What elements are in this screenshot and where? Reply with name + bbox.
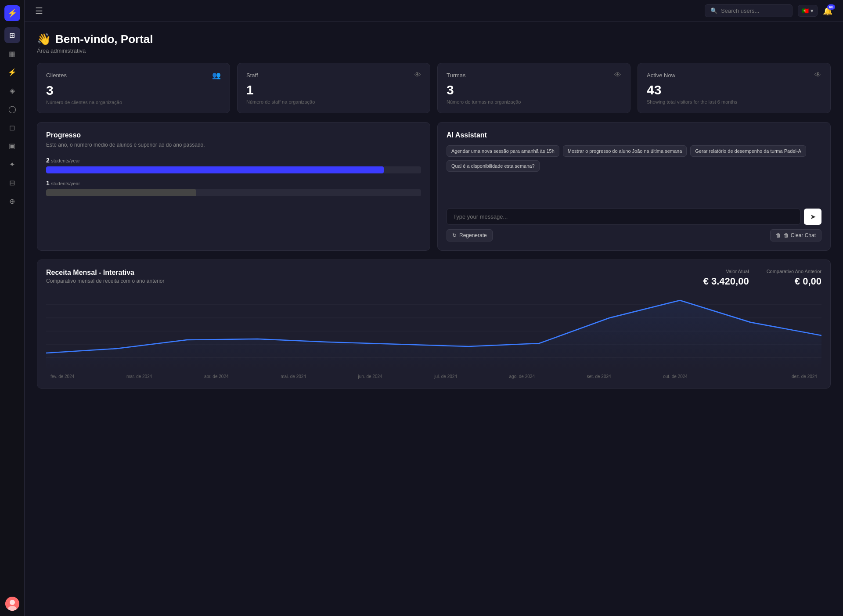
stat-card-active: Active Now 👁 43 Showing total visitors f… [638, 63, 831, 113]
search-bar[interactable]: 🔍 [705, 4, 793, 17]
sidebar-item-bag[interactable]: ◻ [4, 119, 20, 135]
stat-active-icon[interactable]: 👁 [814, 71, 821, 79]
ai-suggestion-2[interactable]: Mostrar o progresso do aluno João na últ… [563, 145, 687, 157]
menu-toggle-button[interactable]: ☰ [35, 6, 43, 16]
clear-icon: 🗑 [776, 232, 781, 238]
stats-row: Clientes 👥 3 Número de clientes na organ… [37, 63, 831, 113]
progress-desc: Este ano, o número médio de alunos é sup… [46, 142, 421, 148]
sidebar-item-shield[interactable]: ⊕ [4, 193, 20, 209]
stat-card-active-header: Active Now 👁 [647, 71, 821, 79]
chart-header-left: Receita Mensal - Interativa Comparativo … [46, 269, 164, 284]
notification-badge: 66 [827, 4, 835, 10]
ai-suggestion-1[interactable]: Agendar uma nova sessão para amanhã às 1… [447, 145, 559, 157]
sidebar-item-calendar[interactable]: ▦ [4, 46, 20, 61]
sidebar-item-tag[interactable]: ◈ [4, 83, 20, 98]
chart-container: fev. de 2024 mar. de 2024 abr. de 2024 m… [46, 292, 821, 379]
stat-active-value: 43 [647, 83, 821, 97]
comparativo-label: Comparativo Ano Anterior [767, 269, 821, 274]
app-logo[interactable]: ⚡ [4, 5, 20, 21]
chart-values: Valor Atual € 3.420,00 Comparativo Ano A… [703, 269, 821, 287]
ai-suggestions-list: Agendar uma nova sessão para amanhã às 1… [447, 145, 821, 172]
x-label-7: set. de 2024 [587, 374, 611, 379]
content-area: 👋 Bem-vindo, Portal Área administrativa … [25, 22, 843, 616]
stat-staff-desc: Número de staff na organização [246, 99, 421, 104]
svg-point-1 [10, 600, 15, 605]
send-icon: ➤ [810, 213, 816, 221]
stat-card-clientes: Clientes 👥 3 Número de clientes na organ… [37, 63, 230, 113]
chart-card-header: Receita Mensal - Interativa Comparativo … [46, 269, 821, 287]
x-label-8: out. de 2024 [663, 374, 688, 379]
stat-active-title: Active Now [647, 72, 675, 79]
sidebar-item-chat[interactable]: ◯ [4, 101, 20, 117]
stat-card-staff: Staff 👁 1 Número de staff na organização [237, 63, 430, 113]
ai-message-input[interactable] [447, 209, 800, 225]
chart-x-labels: fev. de 2024 mar. de 2024 abr. de 2024 m… [46, 374, 821, 379]
ai-suggestion-3[interactable]: Gerar relatório de desempenho da turma P… [690, 145, 806, 157]
stat-clientes-icon[interactable]: 👥 [212, 71, 221, 79]
search-icon: 🔍 [710, 7, 717, 14]
stat-card-clientes-header: Clientes 👥 [46, 71, 221, 79]
chevron-down-icon: ▾ [811, 7, 814, 14]
x-label-10: dez. de 2024 [792, 374, 817, 379]
chart-title: Receita Mensal - Interativa [46, 269, 164, 277]
search-input[interactable] [721, 7, 787, 14]
welcome-emoji: 👋 [37, 32, 51, 46]
stat-staff-title: Staff [246, 72, 258, 79]
regenerate-icon: ↻ [452, 232, 457, 238]
main-content: ☰ 🔍 🇵🇹 ▾ 🔔 66 👋 Bem-vindo, Portal [25, 0, 843, 616]
comparativo-block: Comparativo Ano Anterior € 0,00 [767, 269, 821, 287]
page-subtitle: Área administrativa [37, 47, 831, 54]
stat-active-desc: Showing total visitors for the last 6 mo… [647, 99, 821, 104]
x-label-1: mar. de 2024 [126, 374, 152, 379]
x-label-4: jun. de 2024 [358, 374, 382, 379]
notification-button[interactable]: 🔔 66 [823, 6, 832, 16]
language-selector[interactable]: 🇵🇹 ▾ [798, 5, 818, 17]
ai-send-button[interactable]: ➤ [804, 209, 821, 225]
stat-card-turmas: Turmas 👁 3 Número de turmas na organizaç… [437, 63, 630, 113]
sidebar-item-puzzle[interactable]: ✦ [4, 156, 20, 172]
ai-chat-area [447, 178, 821, 204]
chart-area-current [46, 300, 821, 371]
stat-turmas-icon[interactable]: 👁 [614, 71, 621, 79]
ai-card-title: AI Assistant [447, 131, 821, 139]
stat-staff-icon[interactable]: 👁 [414, 71, 421, 79]
topbar: ☰ 🔍 🇵🇹 ▾ 🔔 66 [25, 0, 843, 22]
sidebar: ⚡ ⊞ ▦ ⚡ ◈ ◯ ◻ ▣ ✦ ⊟ ⊕ [0, 0, 25, 616]
bar-track-2 [46, 189, 421, 196]
progress-card: Progresso Este ano, o número médio de al… [37, 122, 430, 251]
page-header: 👋 Bem-vindo, Portal Área administrativa [37, 32, 831, 54]
x-label-3: mai. de 2024 [281, 374, 306, 379]
x-label-6: ago. de 2024 [509, 374, 535, 379]
sidebar-item-grid[interactable]: ⊞ [4, 27, 20, 43]
valor-atual-amount: € 3.420,00 [703, 276, 749, 287]
progress-bar-1: 2 students/year [46, 157, 421, 173]
chart-desc: Comparativo mensal de receita com o ano … [46, 278, 164, 284]
valor-atual-label: Valor Atual [703, 269, 749, 274]
user-avatar[interactable] [5, 597, 19, 611]
sidebar-item-lightning[interactable]: ⚡ [4, 64, 20, 80]
sidebar-item-screen[interactable]: ▣ [4, 138, 20, 154]
ai-clear-button[interactable]: 🗑 🗑 Clear Chat [770, 229, 821, 241]
topbar-left: ☰ [35, 6, 43, 16]
ai-suggestion-4[interactable]: Qual é a disponibilidade esta semana? [447, 160, 540, 172]
comparativo-amount: € 0,00 [767, 276, 821, 287]
stat-card-staff-header: Staff 👁 [246, 71, 421, 79]
progress-bar-2: 1 students/year [46, 180, 421, 196]
regenerate-label: Regenerate [459, 232, 487, 238]
welcome-text: Bem-vindo, Portal [55, 32, 153, 46]
revenue-chart-svg [46, 292, 821, 371]
sidebar-item-book[interactable]: ⊟ [4, 175, 20, 191]
bar-label-1: 2 students/year [46, 157, 421, 164]
stat-clientes-desc: Número de clientes na organização [46, 100, 221, 105]
x-label-0: fev. de 2024 [50, 374, 74, 379]
bar-label-2: 1 students/year [46, 180, 421, 187]
ai-footer: ↻ Regenerate 🗑 🗑 Clear Chat [447, 229, 821, 241]
bar-fill-1 [46, 166, 384, 173]
stat-clientes-value: 3 [46, 83, 221, 98]
ai-regenerate-button[interactable]: ↻ Regenerate [447, 229, 493, 241]
valor-atual-block: Valor Atual € 3.420,00 [703, 269, 749, 287]
ai-input-row: ➤ [447, 209, 821, 225]
topbar-right: 🔍 🇵🇹 ▾ 🔔 66 [705, 4, 832, 17]
flag-icon: 🇵🇹 [802, 7, 809, 14]
progress-title: Progresso [46, 131, 421, 139]
